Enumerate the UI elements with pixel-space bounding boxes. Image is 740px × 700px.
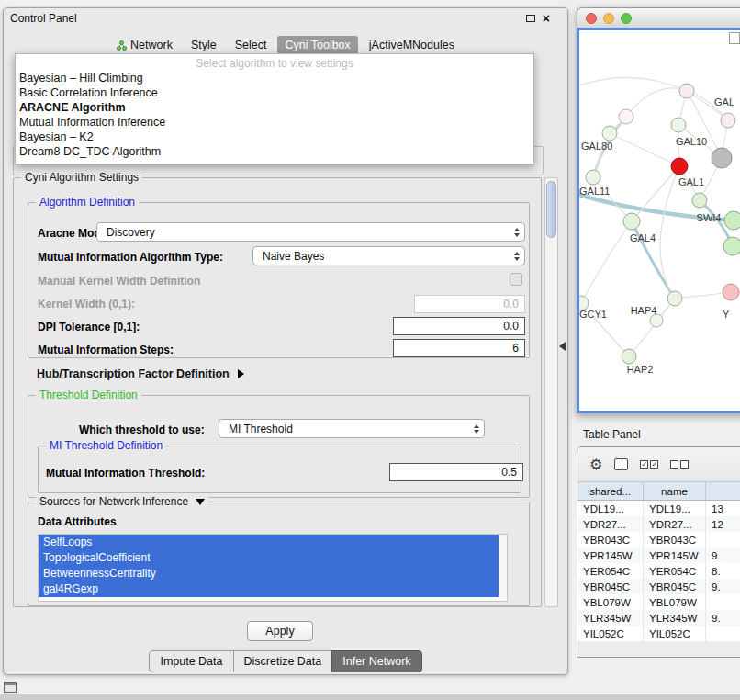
table-row[interactable]: YDL19...YDL19...13 (577, 501, 740, 516)
minimized-panel-icon[interactable] (4, 682, 17, 693)
network-edge[interactable] (610, 133, 679, 166)
dpi-tolerance-field[interactable]: 0.0 (393, 317, 525, 335)
network-node[interactable] (619, 109, 633, 124)
algorithm-option-mutual-information-inference[interactable]: Mutual Information Inference (16, 115, 533, 130)
table-cell: 8. (706, 563, 740, 579)
tab-jactivemnodules[interactable]: jActiveMNodules (362, 36, 462, 54)
control-panel-titlebar[interactable]: Control Panel × (4, 8, 567, 28)
table-cell: 9. (706, 548, 740, 563)
deselect-all-icon[interactable] (670, 460, 689, 469)
select-all-icon[interactable]: ✓✓ (640, 460, 658, 469)
table-row[interactable]: YLR345WYLR345W9. (577, 610, 740, 626)
network-node[interactable] (721, 113, 735, 128)
close-icon[interactable]: × (543, 12, 550, 25)
tab-select[interactable]: Select (228, 36, 275, 54)
mi-steps-field[interactable]: 6 (393, 339, 525, 357)
table-row[interactable]: YBL079WYBL079W (577, 594, 740, 610)
apply-button[interactable]: Apply (247, 621, 313, 641)
columns-icon[interactable] (614, 458, 628, 470)
tab-network[interactable]: Network (109, 36, 180, 54)
network-edge[interactable] (579, 77, 687, 91)
table-cell: YBL079W (577, 594, 644, 610)
bottom-tab-infer-network[interactable]: Infer Network (331, 650, 421, 672)
scrollbar-thumb[interactable] (546, 181, 556, 238)
column-header-extra[interactable] (706, 482, 740, 500)
sources-toggle[interactable]: Sources for Network Inference (36, 495, 208, 508)
network-node[interactable] (671, 118, 686, 132)
algorithm-option-dream8-dc-tdc-algorithm[interactable]: Dream8 DC_TDC Algorithm (16, 144, 533, 159)
network-graph[interactable]: GALGAL80GAL10GAL11GAL1SWI4GAL4GCY1HAP4HA… (579, 30, 740, 411)
minimize-traffic-light[interactable] (603, 13, 614, 24)
settings-scrollbar[interactable] (544, 177, 558, 607)
hub-definition-toggle[interactable]: Hub/Transcription Factor Definition (37, 367, 244, 380)
network-node[interactable] (724, 211, 740, 230)
table-row[interactable]: YDR27...YDR27...12 (577, 516, 740, 532)
tab-label: Network (130, 39, 173, 51)
attribute-item-betweennesscentrality[interactable]: BetweennessCentrality (39, 566, 499, 581)
network-edge[interactable] (581, 221, 632, 303)
table-cell: YDR27... (577, 516, 644, 532)
network-canvas[interactable]: GALGAL80GAL10GAL11GAL1SWI4GAL4GCY1HAP4HA… (577, 28, 740, 413)
table-cell: YBR043C (644, 532, 706, 548)
close-traffic-light[interactable] (586, 13, 597, 24)
node-label: GCY1 (579, 309, 607, 320)
network-node[interactable] (723, 284, 739, 300)
aracne-mode-select[interactable]: Discovery (96, 222, 525, 242)
mi-type-select[interactable]: Naive Bayes (252, 246, 525, 265)
column-header-shared-name[interactable]: shared... (577, 482, 644, 500)
network-node[interactable] (622, 349, 636, 364)
mi-threshold-field[interactable]: 0.5 (389, 463, 523, 481)
tab-label: Cyni Toolbox (285, 39, 350, 51)
table-cell (706, 626, 740, 641)
attribute-item-gal4rgexp[interactable]: gal4RGexp (39, 581, 499, 597)
table-cell: YDL19... (644, 501, 706, 516)
mi-threshold-label: Mutual Information Threshold: (46, 467, 205, 480)
attribute-item-topologicalcoefficient[interactable]: TopologicalCoefficient (39, 550, 499, 566)
node-label: SWI4 (697, 212, 722, 223)
network-node[interactable] (586, 170, 600, 185)
network-node[interactable] (667, 291, 682, 306)
column-header-name[interactable]: name (644, 482, 706, 500)
navigator-box[interactable] (729, 32, 740, 44)
chevron-down-icon (196, 499, 205, 505)
node-label: HAP4 (631, 305, 657, 316)
algorithm-option-aracne-algorithm[interactable]: ARACNE Algorithm (16, 100, 533, 115)
algorithm-definition-title: Algorithm Definition (36, 196, 139, 209)
attribute-item-selfloops[interactable]: SelfLoops (39, 535, 499, 550)
network-node[interactable] (712, 148, 732, 168)
network-node[interactable] (602, 126, 617, 141)
algorithm-option-bayesian-hill-climbing[interactable]: Bayesian – Hill Climbing (16, 71, 533, 85)
network-node[interactable] (723, 237, 740, 255)
table-cell: 12 (706, 516, 740, 532)
list-scrollbar[interactable] (499, 535, 507, 601)
mi-type-label: Mutual Information Algorithm Type: (38, 251, 223, 264)
which-threshold-select[interactable]: MI Threshold (219, 419, 485, 438)
bottom-tab-impute-data[interactable]: Impute Data (149, 650, 233, 672)
table-row[interactable]: YIL052CYIL052C (577, 626, 740, 641)
bottom-tab-discretize-data[interactable]: Discretize Data (233, 650, 333, 672)
network-edge[interactable] (626, 88, 728, 120)
network-node[interactable] (623, 213, 640, 230)
float-window-icon[interactable] (526, 15, 535, 22)
network-node[interactable] (650, 314, 663, 327)
kernel-width-field[interactable]: 0.0 (414, 295, 525, 313)
manual-kernel-checkbox[interactable] (510, 273, 522, 286)
tab-cyni-toolbox[interactable]: Cyni Toolbox (277, 36, 357, 54)
algorithm-option-basic-correlation-inference[interactable]: Basic Correlation Inference (16, 85, 533, 100)
table-row[interactable]: YBR045CYBR045C9. (577, 579, 740, 594)
table-row[interactable]: YPR145WYPR145W9. (577, 548, 740, 563)
algorithm-option-bayesian-k2[interactable]: Bayesian – K2 (16, 130, 533, 144)
table-cell: YBR045C (577, 579, 644, 594)
panel-collapse-arrow-icon[interactable] (559, 342, 566, 351)
tab-style[interactable]: Style (184, 36, 224, 54)
table-row[interactable]: YBR043CYBR043C (577, 532, 740, 548)
zoom-traffic-light[interactable] (621, 13, 632, 24)
network-window-titlebar[interactable] (577, 7, 740, 28)
bottom-strip (0, 694, 740, 700)
table-row[interactable]: YER054CYER054C8. (577, 563, 740, 579)
network-node[interactable] (692, 193, 707, 208)
threshold-definition-title: Threshold Definition (36, 389, 141, 401)
network-node[interactable] (679, 84, 694, 98)
gear-icon[interactable]: ⚙ (589, 457, 602, 472)
network-node[interactable] (671, 158, 688, 175)
